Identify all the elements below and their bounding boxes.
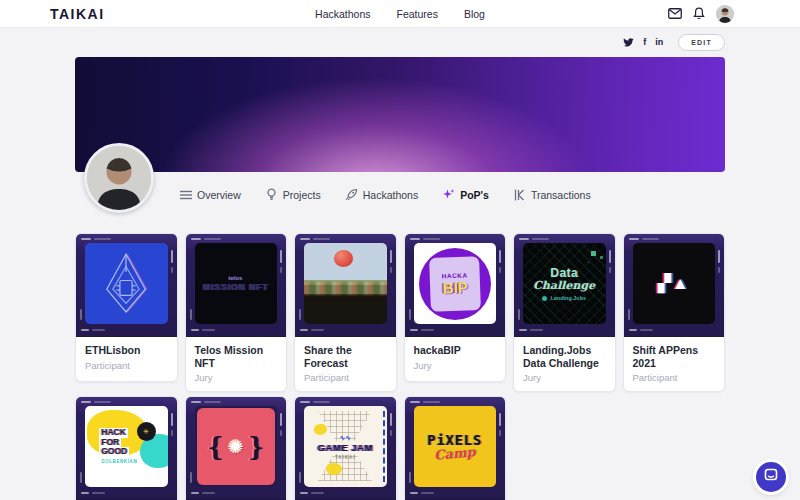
- frame-mark: [499, 250, 501, 263]
- frame-mark: [718, 267, 720, 273]
- facebook-icon[interactable]: f: [643, 37, 646, 47]
- frame-mark: [629, 329, 637, 331]
- tab-transactions-label: Transactions: [531, 189, 591, 201]
- nav-link-features[interactable]: Features: [397, 8, 438, 20]
- frame-mark: [628, 309, 630, 320]
- frame-mark: [191, 401, 201, 403]
- frame-mark: [311, 492, 324, 494]
- shift-appens-logo: ▞▲: [658, 273, 690, 294]
- pop-badge-frame: ∿∿GAME JAMTAIKAI: [295, 397, 396, 500]
- pop-card[interactable]: Share the ForecastParticipant: [294, 233, 397, 392]
- twitter-icon[interactable]: [623, 38, 634, 47]
- pop-card[interactable]: HACKABIPhackaBIPJury: [404, 233, 507, 382]
- edit-profile-button[interactable]: EDIT: [678, 34, 725, 51]
- tab-projects[interactable]: Projects: [265, 188, 321, 201]
- frame-mark: [191, 329, 199, 331]
- pop-title: Shift APPens 2021: [633, 344, 716, 369]
- nav-link-blog[interactable]: Blog: [464, 8, 485, 20]
- tab-hackathons[interactable]: Hackathons: [345, 188, 418, 201]
- frame-mark: [81, 238, 91, 240]
- frame-mark: [300, 401, 310, 403]
- frame-mark: [409, 472, 411, 483]
- frame-mark: [171, 267, 173, 273]
- telos-wordmark: telos: [229, 275, 243, 281]
- frame-mark: [519, 238, 529, 240]
- pop-art-forecast: [304, 243, 387, 324]
- frame-mark: [410, 401, 420, 403]
- bip-text: BIP: [442, 278, 468, 296]
- tab-overview[interactable]: Overview: [179, 188, 241, 201]
- pop-badge-frame: telosMISSION NFT: [186, 234, 287, 337]
- pop-art-shift: ▞▲: [633, 243, 716, 324]
- frame-mark: [390, 430, 392, 436]
- tab-hackathons-label: Hackathons: [363, 189, 418, 201]
- tab-transactions[interactable]: Transactions: [513, 188, 591, 201]
- frame-mark: [190, 309, 192, 320]
- red-balloon: [334, 250, 353, 267]
- mail-icon[interactable]: [668, 7, 682, 21]
- taikai-logo[interactable]: TAIKAI: [50, 6, 105, 22]
- frame-mark: [92, 492, 105, 494]
- pop-badge-frame: ✳HACKFORGOODGULBENKIAN: [76, 397, 177, 500]
- logo-dot: [542, 296, 547, 301]
- frame-mark: [390, 413, 392, 426]
- pop-role: Jury: [414, 360, 497, 371]
- chat-widget-button[interactable]: [756, 462, 786, 492]
- pop-card-footer: Telos Mission NFTJury: [186, 337, 287, 391]
- frame-mark: [81, 492, 89, 494]
- crowd-photo-blur: [304, 282, 387, 295]
- pop-role: Participant: [304, 372, 387, 383]
- purple-circle: HACKABIP: [419, 248, 491, 320]
- pop-badge-frame: ▞▲: [624, 234, 725, 337]
- chat-icon: [764, 468, 778, 486]
- list-icon: [179, 188, 192, 201]
- frame-mark: [92, 329, 105, 331]
- frame-mark: [80, 309, 82, 320]
- frame-mark: [81, 329, 89, 331]
- pop-card-footer: hackaBIPJury: [405, 337, 506, 381]
- navbar-avatar[interactable]: [716, 5, 734, 23]
- frame-mark: [530, 329, 543, 331]
- bell-icon[interactable]: [692, 7, 706, 21]
- pop-card[interactable]: ∿∿GAME JAMTAIKAI: [294, 396, 397, 500]
- frame-mark: [81, 401, 91, 403]
- pop-card-footer: Shift APPens 2021Participant: [624, 337, 725, 391]
- pop-title: hackaBIP: [414, 344, 497, 357]
- pop-card[interactable]: ETHLisbonParticipant: [75, 233, 178, 382]
- frame-mark: [299, 472, 301, 483]
- linkedin-icon[interactable]: in: [655, 37, 663, 47]
- frame-mark: [313, 401, 330, 403]
- pop-badge-frame: {✺}: [186, 397, 287, 500]
- tab-projects-label: Projects: [283, 189, 321, 201]
- frame-mark: [280, 413, 282, 426]
- pop-badge-frame: [295, 234, 396, 337]
- nav-link-hackathons[interactable]: Hackathons: [315, 8, 370, 20]
- frame-mark: [409, 309, 411, 320]
- pop-title: Share the Forecast: [304, 344, 387, 369]
- camp-text: Camp: [433, 444, 476, 463]
- pop-art-ethlisbon: [85, 243, 168, 324]
- pop-card[interactable]: ▞▲Shift APPens 2021Participant: [623, 233, 726, 392]
- nav-links: Hackathons Features Blog: [315, 8, 485, 20]
- pop-card[interactable]: telosMISSION NFTTelos Mission NFTJury: [185, 233, 288, 392]
- frame-mark: [718, 250, 720, 263]
- pop-title: Telos Mission NFT: [195, 344, 278, 369]
- hfg-line: GOOD: [99, 447, 129, 457]
- landingjobs-text: Landing.Jobs: [550, 295, 586, 301]
- dashed-border: [383, 411, 385, 482]
- frame-mark: [499, 267, 501, 273]
- close-brace: }: [248, 434, 265, 460]
- frame-mark: [299, 309, 301, 320]
- frame-mark: [94, 401, 111, 403]
- pop-card[interactable]: ✳HACKFORGOODGULBENKIAN: [75, 396, 178, 500]
- pop-card[interactable]: DataChallengeLanding.JobsLanding.Jobs Da…: [513, 233, 616, 392]
- frame-mark: [423, 238, 440, 240]
- pop-card[interactable]: {✺}: [185, 396, 288, 500]
- pop-card[interactable]: PiXELSCamp: [404, 396, 507, 500]
- frame-mark: [410, 492, 418, 494]
- pop-title: Landing.Jobs Data Challenge: [523, 344, 606, 369]
- tab-pops[interactable]: PoP's: [442, 188, 489, 201]
- profile-avatar[interactable]: [84, 143, 154, 213]
- frame-mark: [204, 238, 221, 240]
- pop-badge-frame: DataChallengeLanding.Jobs: [514, 234, 615, 337]
